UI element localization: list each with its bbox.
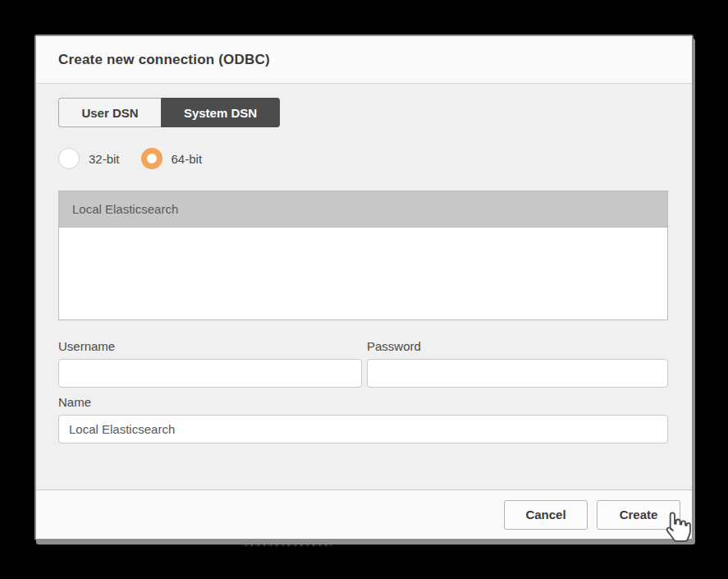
architecture-radio-group: 32-bit 64-bit bbox=[58, 148, 670, 169]
radio-64bit-circle-icon[interactable] bbox=[141, 148, 163, 169]
dialog-header: Create new connection (ODBC) bbox=[36, 36, 692, 84]
radio-32bit-circle-icon[interactable] bbox=[58, 148, 80, 169]
password-label: Password bbox=[367, 339, 668, 353]
create-connection-dialog: Create new connection (ODBC) User DSN Sy… bbox=[34, 34, 694, 540]
screen-overlay: Create new connection (ODBC) User DSN Sy… bbox=[0, 0, 728, 579]
dsn-list-item[interactable]: Local Elasticsearch bbox=[59, 191, 667, 227]
radio-option-64bit[interactable]: 64-bit bbox=[141, 148, 203, 169]
dsn-tab-group: User DSN System DSN bbox=[58, 98, 280, 127]
radio-64bit-label: 64-bit bbox=[172, 152, 203, 166]
radio-option-32bit[interactable]: 32-bit bbox=[58, 148, 120, 169]
name-field-group: Name bbox=[58, 395, 668, 443]
dialog-title: Create new connection (ODBC) bbox=[58, 52, 270, 68]
radio-32bit-label: 32-bit bbox=[89, 152, 120, 166]
credentials-row: Username Password bbox=[58, 339, 670, 388]
cancel-button[interactable]: Cancel bbox=[504, 500, 588, 530]
username-label: Username bbox=[58, 339, 362, 353]
username-field-group: Username bbox=[58, 339, 362, 388]
dialog-footer: Cancel Create bbox=[36, 489, 692, 539]
name-label: Name bbox=[58, 395, 668, 409]
create-button[interactable]: Create bbox=[597, 500, 680, 530]
dsn-list: Local Elasticsearch bbox=[58, 191, 668, 320]
username-input[interactable] bbox=[58, 359, 362, 388]
tab-system-dsn[interactable]: System DSN bbox=[161, 98, 280, 127]
password-input[interactable] bbox=[367, 359, 668, 388]
name-input[interactable] bbox=[58, 415, 668, 443]
password-field-group: Password bbox=[367, 339, 668, 388]
background-text-fragment-dark bbox=[240, 540, 332, 546]
tab-user-dsn[interactable]: User DSN bbox=[58, 98, 161, 127]
dialog-body: User DSN System DSN 32-bit 64-bit Local … bbox=[36, 84, 692, 489]
